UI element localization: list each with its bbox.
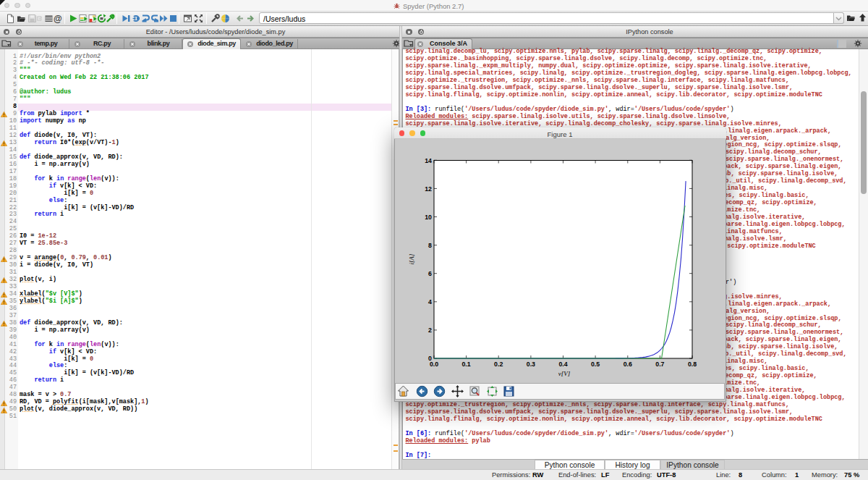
svg-text:0.2: 0.2 (494, 361, 503, 368)
svg-text:4: 4 (428, 298, 432, 306)
svg-text:12: 12 (425, 185, 432, 193)
svg-text:2: 2 (428, 327, 432, 334)
svg-text:0: 0 (428, 355, 432, 362)
svg-text:0.5: 0.5 (590, 361, 599, 368)
svg-text:0.1: 0.1 (461, 361, 470, 368)
svg-text:i[A]: i[A] (408, 253, 415, 265)
svg-text:0.4: 0.4 (558, 361, 567, 368)
svg-text:10: 10 (425, 214, 432, 221)
svg-text:0.3: 0.3 (526, 361, 535, 368)
svg-text:0.7: 0.7 (655, 361, 664, 368)
svg-text:14: 14 (425, 157, 432, 164)
svg-text:v[V]: v[V] (558, 370, 570, 377)
svg-text:0.8: 0.8 (687, 361, 696, 368)
svg-text:0.6: 0.6 (623, 361, 631, 368)
svg-text:6: 6 (428, 270, 432, 277)
svg-text:8: 8 (428, 242, 432, 249)
svg-text:@: @ (54, 14, 62, 23)
